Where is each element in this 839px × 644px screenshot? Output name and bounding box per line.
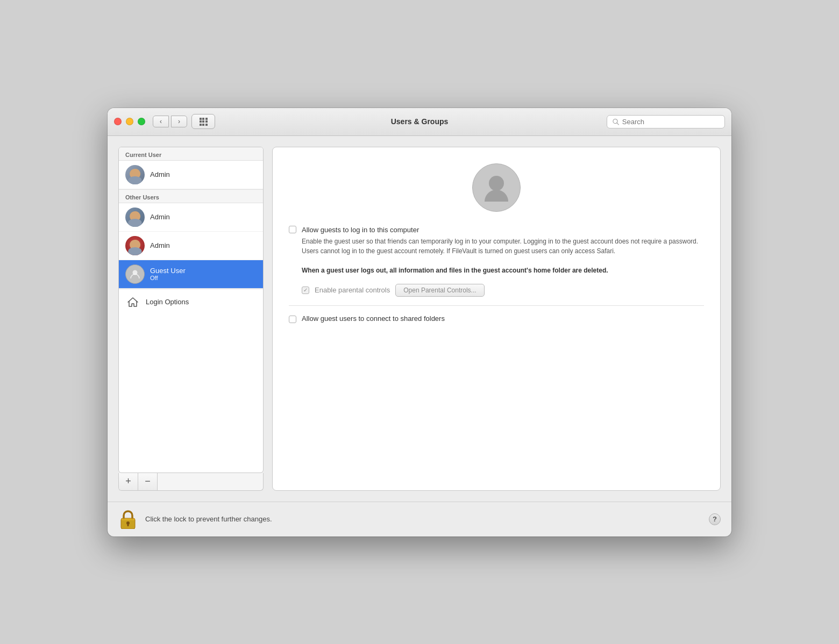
current-user-name: Admin [150, 170, 170, 178]
svg-rect-7 [121, 518, 135, 520]
guest-user-info: Guest User Off [150, 267, 186, 281]
close-button[interactable] [114, 118, 122, 125]
svg-point-3 [489, 176, 504, 191]
allow-guests-warning: When a guest user logs out, all informat… [302, 267, 608, 274]
current-user-avatar [125, 165, 145, 184]
avatar-face [125, 236, 145, 255]
add-user-button[interactable]: + [119, 473, 138, 490]
user3-avatar [125, 236, 145, 255]
nav-buttons: ‹ › [153, 116, 187, 127]
user2-name: Admin [150, 213, 170, 221]
back-button[interactable]: ‹ [153, 116, 169, 127]
help-button[interactable]: ? [709, 513, 721, 525]
parental-controls-row: Enable parental controls Open Parental C… [302, 284, 704, 297]
add-icon: + [125, 476, 131, 487]
open-parental-controls-button[interactable]: Open Parental Controls... [395, 284, 484, 297]
guest-avatar-large [472, 163, 521, 212]
svg-rect-6 [127, 524, 129, 526]
svg-line-1 [617, 123, 618, 124]
minimize-button[interactable] [126, 118, 133, 125]
guest-user-status: Off [150, 275, 186, 281]
remove-icon: − [145, 476, 151, 487]
window-title: Users & Groups [391, 117, 449, 126]
grid-view-button[interactable] [191, 114, 215, 129]
current-user-header: Current User [119, 147, 263, 161]
bottom-bar: Click the lock to prevent further change… [108, 502, 731, 536]
allow-guests-text-block: Allow guests to log in to this computer … [302, 225, 704, 275]
main-window: ‹ › Users & Groups [108, 108, 731, 536]
user2-info: Admin [150, 213, 170, 221]
maximize-button[interactable] [138, 118, 145, 125]
avatar-face [125, 207, 145, 227]
allow-guests-row: Allow guests to log in to this computer … [289, 225, 704, 275]
sidebar: Current User Admin Other Users [118, 147, 264, 491]
user3-info: Admin [150, 241, 170, 249]
login-options-label: Login Options [146, 298, 189, 306]
guest-large-silhouette-icon [480, 171, 513, 204]
allow-shared-row: Allow guest users to connect to shared f… [289, 314, 704, 323]
back-icon: ‹ [160, 118, 162, 125]
user2-avatar [125, 207, 145, 227]
enable-parental-controls-checkbox[interactable] [302, 287, 309, 294]
titlebar: ‹ › Users & Groups [108, 108, 731, 136]
other-user-item-2[interactable]: Admin [119, 232, 263, 260]
parental-controls-label: Enable parental controls [315, 286, 390, 294]
house-icon [125, 295, 140, 310]
avatar-face [125, 165, 145, 184]
guest-user-item[interactable]: Guest User Off [119, 260, 263, 289]
search-icon [613, 118, 619, 125]
other-users-section: Other Users Admin [119, 189, 263, 289]
other-user-item-1[interactable]: Admin [119, 203, 263, 232]
remove-user-button[interactable]: − [138, 473, 158, 490]
forward-button[interactable]: › [171, 116, 187, 127]
allow-shared-checkbox[interactable] [289, 316, 296, 323]
forward-icon: › [178, 118, 180, 125]
guest-silhouette-icon [129, 268, 141, 281]
main-content: Current User Admin Other Users [108, 136, 731, 502]
allow-shared-label: Allow guest users to connect to shared f… [302, 314, 445, 323]
allow-guests-checkbox[interactable] [289, 226, 296, 233]
traffic-lights [114, 118, 145, 125]
current-user-item[interactable]: Admin [119, 161, 263, 189]
lock-button[interactable] [118, 510, 138, 529]
lock-text: Click the lock to prevent further change… [145, 515, 701, 523]
right-panel: Allow guests to log in to this computer … [272, 147, 721, 491]
guest-user-name: Guest User [150, 267, 186, 275]
help-icon: ? [713, 515, 717, 523]
divider [289, 305, 704, 306]
login-options-item[interactable]: Login Options [119, 289, 263, 315]
current-user-info: Admin [150, 170, 170, 178]
search-input[interactable] [622, 118, 719, 126]
guest-avatar [125, 264, 145, 284]
sidebar-list: Current User Admin Other Users [118, 147, 264, 473]
lock-icon-svg [119, 510, 137, 529]
house-svg [127, 296, 139, 308]
allow-guests-label: Allow guests to log in to this computer [302, 226, 419, 234]
other-users-header: Other Users [119, 190, 263, 203]
allow-guests-description: Enable the guest user so that friends ca… [302, 237, 704, 275]
sidebar-controls: + − [118, 473, 264, 491]
user3-name: Admin [150, 241, 170, 249]
search-bar[interactable] [607, 115, 725, 128]
grid-icon [200, 118, 208, 126]
